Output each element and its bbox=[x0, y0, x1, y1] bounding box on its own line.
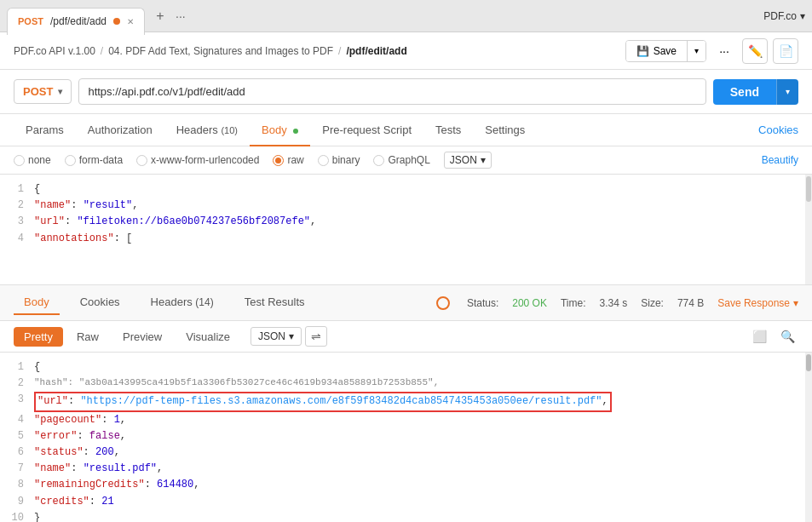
search-icon-button[interactable]: 🔍 bbox=[777, 326, 798, 347]
resp-line-2: 2 "hash": "a3b0a143995ca419b5f1a3306fb53… bbox=[0, 376, 812, 392]
resp-scrollbar[interactable] bbox=[805, 353, 812, 522]
tab-headers[interactable]: Headers (10) bbox=[164, 115, 250, 146]
url-input[interactable] bbox=[78, 78, 705, 105]
breadcrumb: PDF.co API v.1.00 / 04. PDF Add Text, Si… bbox=[14, 45, 619, 57]
tab-prerequest[interactable]: Pre-request Script bbox=[310, 115, 423, 146]
method-selector[interactable]: POST ▾ bbox=[14, 79, 72, 104]
req-line-3: 3 "url": "filetoken://b6ae0b074237e56bf2… bbox=[0, 214, 812, 230]
response-header: Body Cookies Headers (14) Test Results S… bbox=[0, 285, 812, 321]
resp-scrollbar-thumb bbox=[806, 354, 811, 371]
tab-settings[interactable]: Settings bbox=[473, 115, 537, 146]
send-button[interactable]: Send bbox=[713, 79, 776, 105]
time-value: 3.34 s bbox=[600, 297, 628, 309]
req-line-2: 2 "name": "result", bbox=[0, 198, 812, 214]
resp-sub-tab-visualize[interactable]: Visualize bbox=[176, 327, 240, 347]
filter-icon-button[interactable]: ⇌ bbox=[305, 326, 327, 347]
radio-none bbox=[14, 155, 25, 166]
active-tab[interactable]: POST /pdf/edit/add ✕ bbox=[7, 8, 145, 35]
time-label: Time: bbox=[561, 297, 586, 309]
resp-sub-tab-preview[interactable]: Preview bbox=[112, 327, 172, 347]
tab-bar: POST /pdf/edit/add ✕ + ··· PDF.co ▾ bbox=[0, 0, 812, 32]
option-urlencoded[interactable]: x-www-form-urlencoded bbox=[136, 154, 259, 166]
breadcrumb-api: PDF.co API v.1.00 bbox=[14, 45, 95, 57]
save-label: Save bbox=[654, 45, 677, 57]
tab-method: POST bbox=[18, 16, 43, 26]
resp-json-arrow: ▾ bbox=[289, 330, 294, 342]
resp-tab-testresults[interactable]: Test Results bbox=[234, 290, 315, 315]
beautify-button[interactable]: Beautify bbox=[762, 154, 798, 166]
document-icon: 📄 bbox=[779, 44, 793, 58]
option-urlencoded-label: x-www-form-urlencoded bbox=[151, 154, 259, 166]
resp-sub-tab-raw[interactable]: Raw bbox=[66, 327, 109, 347]
option-formdata[interactable]: form-data bbox=[65, 154, 123, 166]
resp-tab-body[interactable]: Body bbox=[14, 290, 60, 315]
option-none-label: none bbox=[28, 154, 51, 166]
resp-json-label: JSON bbox=[258, 330, 285, 342]
req-line-4: 4 "annotations": [ bbox=[0, 231, 812, 247]
save-button[interactable]: 💾 Save bbox=[626, 41, 687, 61]
scrollbar-thumb bbox=[806, 176, 811, 202]
resp-line-3: 3 "url": "https://pdf-temp-files.s3.amaz… bbox=[0, 392, 812, 411]
tab-overflow-button[interactable]: ··· bbox=[176, 9, 186, 23]
json-dropdown-icon: ▾ bbox=[481, 154, 486, 166]
tab-params[interactable]: Params bbox=[14, 115, 76, 146]
status-value: 200 OK bbox=[512, 297, 547, 309]
option-graphql[interactable]: GraphQL bbox=[373, 154, 429, 166]
resp-sub-tab-pretty[interactable]: Pretty bbox=[14, 327, 63, 347]
tab-close-icon[interactable]: ✕ bbox=[127, 17, 134, 26]
globe-icon bbox=[436, 296, 450, 310]
resp-json-selector[interactable]: JSON ▾ bbox=[251, 327, 302, 346]
workspace-selector[interactable]: PDF.co ▾ bbox=[763, 10, 805, 22]
json-format-selector[interactable]: JSON ▾ bbox=[444, 152, 492, 169]
resp-line-7: 7 "name": "result.pdf", bbox=[0, 461, 812, 477]
option-raw[interactable]: raw bbox=[273, 154, 303, 166]
option-formdata-label: form-data bbox=[79, 154, 123, 166]
request-bar: POST ▾ Send ▾ bbox=[0, 70, 812, 114]
tab-path: /pdf/edit/add bbox=[50, 15, 107, 27]
tab-body[interactable]: Body bbox=[250, 115, 310, 146]
breadcrumb-sep-2: / bbox=[338, 45, 341, 57]
resp-line-4: 4 "pagecount": 1, bbox=[0, 412, 812, 428]
tab-authorization[interactable]: Authorization bbox=[76, 115, 164, 146]
header-more-button[interactable]: ··· bbox=[711, 38, 737, 64]
header-bar: PDF.co API v.1.00 / 04. PDF Add Text, Si… bbox=[0, 32, 812, 70]
tab-tests[interactable]: Tests bbox=[423, 115, 473, 146]
editor-scrollbar[interactable] bbox=[805, 175, 812, 284]
resp-line-9: 9 "credits": 21 bbox=[0, 494, 812, 510]
option-binary[interactable]: binary bbox=[318, 154, 360, 166]
method-dropdown-icon: ▾ bbox=[58, 87, 62, 96]
resp-line-6: 6 "status": 200, bbox=[0, 445, 812, 461]
size-label: Size: bbox=[641, 297, 664, 309]
breadcrumb-sep-1: / bbox=[101, 45, 103, 57]
status-label: Status: bbox=[467, 297, 498, 309]
resp-line-1: 1 { bbox=[0, 359, 812, 376]
option-raw-label: raw bbox=[287, 154, 303, 166]
response-sub-tabs: Pretty Raw Preview Visualize JSON ▾ ⇌ ⬜ … bbox=[0, 321, 812, 353]
workspace-label: PDF.co bbox=[763, 10, 797, 22]
radio-formdata bbox=[65, 155, 76, 166]
edit-icon-button[interactable]: ✏️ bbox=[742, 38, 768, 64]
resp-tab-headers[interactable]: Headers (14) bbox=[141, 290, 224, 315]
radio-graphql bbox=[373, 155, 384, 166]
radio-binary bbox=[318, 155, 329, 166]
req-line-1: 1 { bbox=[0, 181, 812, 198]
send-dropdown-button[interactable]: ▾ bbox=[776, 79, 798, 105]
new-tab-button[interactable]: + bbox=[148, 4, 172, 28]
save-response-button[interactable]: Save Response ▾ bbox=[717, 297, 798, 309]
radio-urlencoded bbox=[136, 155, 147, 166]
response-status: Status: 200 OK Time: 3.34 s Size: 774 B … bbox=[436, 296, 798, 310]
save-icon: 💾 bbox=[636, 45, 649, 57]
breadcrumb-endpoint: /pdf/edit/add bbox=[346, 45, 406, 57]
resp-line-10: 10 } bbox=[0, 510, 812, 522]
resp-tab-cookies[interactable]: Cookies bbox=[70, 290, 130, 315]
request-code-editor[interactable]: 1 { 2 "name": "result", 3 "url": "fileto… bbox=[0, 175, 812, 285]
cookies-link[interactable]: Cookies bbox=[758, 115, 798, 145]
save-dropdown-button[interactable]: ▾ bbox=[687, 41, 705, 61]
doc-icon-button[interactable]: 📄 bbox=[773, 38, 798, 64]
option-binary-label: binary bbox=[332, 154, 360, 166]
tab-dot bbox=[113, 18, 120, 25]
save-button-group: 💾 Save ▾ bbox=[625, 40, 706, 62]
resp-line-8: 8 "remainingCredits": 614480, bbox=[0, 477, 812, 493]
copy-icon-button[interactable]: ⬜ bbox=[749, 326, 770, 347]
option-none[interactable]: none bbox=[14, 154, 51, 166]
